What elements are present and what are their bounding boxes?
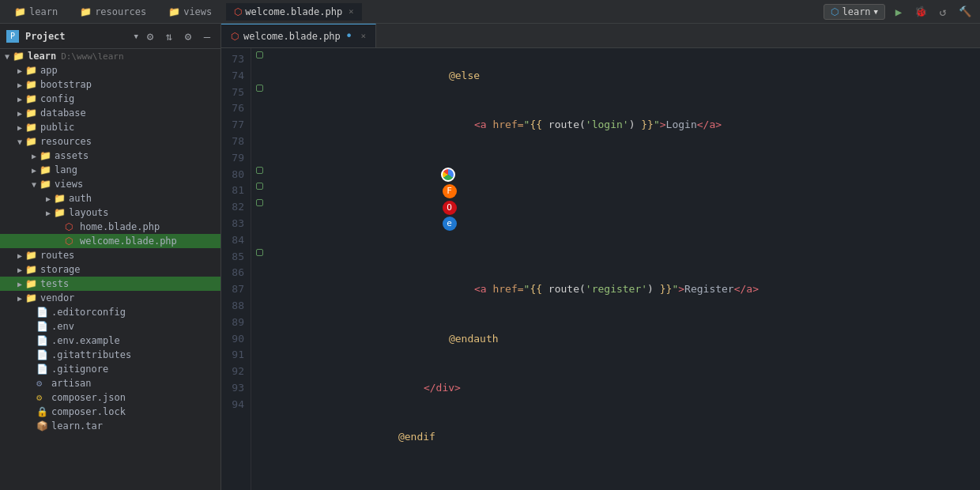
tree-env[interactable]: ▶ 📄 .env [0,319,220,334]
welcome-blade-icon: ⬡ [65,236,77,247]
tree-database[interactable]: ▶ 📁 database [0,106,220,120]
tree-app[interactable]: ▶ 📁 app [0,63,220,77]
gutter-mark-73 [256,51,263,58]
routes-arrow-icon: ▶ [14,251,25,260]
vendor-arrow-icon: ▶ [14,294,25,303]
database-arrow-icon: ▶ [14,109,25,118]
tree-views[interactable]: ▼ 📁 views [0,177,220,191]
code-area[interactable]: 73 74 75 76 77 78 79 80 81 82 83 84 85 8… [221,48,980,490]
tree-vendor[interactable]: ▶ 📁 vendor [0,291,220,305]
tree-lang[interactable]: ▶ 📁 lang [0,163,220,177]
tree-config[interactable]: ▶ 📁 config [0,92,220,106]
code-lines[interactable]: @else <a href="{{ route('login') }}">Log… [266,48,980,490]
editorconfig-icon: 📄 [36,307,49,318]
tab-learn[interactable]: 📁 learn [6,3,66,21]
tab-welcome-blade[interactable]: ⬡ welcome.blade.php × [226,3,361,21]
run-config-icon: ⬡ [831,6,839,17]
login-str: 'login' [586,119,629,130]
sync-icon[interactable]: ⚙ [143,29,157,43]
vendor-folder-icon: 📁 [25,292,38,303]
run-button[interactable]: ▶ [890,3,907,21]
tab-resources[interactable]: 📁 resources [72,3,154,21]
register-text: Register [684,283,734,295]
editor-tab-welcome[interactable]: ⬡ welcome.blade.php • × [221,24,376,47]
tests-label: tests [40,278,69,289]
assets-folder-icon: 📁 [40,150,52,161]
composer-json-label: composer.json [51,392,126,403]
lang-arrow-icon: ▶ [28,166,40,175]
tab-views[interactable]: 📁 views [160,3,220,21]
tree-home-blade[interactable]: ▶ ⬡ home.blade.php [0,220,220,234]
a-tag-open: <a [474,119,492,130]
tree-gitignore[interactable]: ▶ 📄 .gitignore [0,362,220,376]
tab-views-label: views [183,6,212,17]
tree-layouts[interactable]: ▶ 📁 layouts [0,205,220,220]
vendor-label: vendor [40,292,74,303]
root-label: learn [28,51,56,62]
home-blade-label: home.blade.php [80,221,160,232]
tree-env-example[interactable]: ▶ 📄 .env.example [0,334,220,348]
close-sidebar-icon[interactable]: — [200,29,214,43]
a-tag-close: </a> [697,119,722,130]
register-str: 'register' [586,283,647,295]
run-config-label: learn [842,6,870,17]
tree-composer-json[interactable]: ▶ ⚙ composer.json [0,390,220,405]
href2-attr: href= [492,283,523,295]
artisan-icon: ⚙ [36,378,49,389]
tree-root[interactable]: ▼ 📁 learn D:\www\learn [0,49,220,63]
tree-welcome-blade[interactable]: ▶ ⬡ welcome.blade.php [0,234,220,248]
gutter-mark-85 [256,249,263,256]
tab-close-icon[interactable]: × [349,6,354,17]
code-line-74: <a href="{{ route('login') }}">Login</a>… [273,100,980,265]
folder-icon: 📁 [14,6,26,17]
debug-button[interactable]: 🐞 [912,3,929,21]
titlebar-right: ⬡ learn ▼ ▶ 🐞 ↺ 🔨 [824,3,974,21]
views-arrow-icon: ▼ [28,180,40,189]
sidebar-title: Project [25,31,130,42]
tree-composer-lock[interactable]: ▶ 🔒 composer.lock [0,405,220,419]
assets-arrow-icon: ▶ [28,152,40,160]
tree-artisan[interactable]: ▶ ⚙ artisan [0,376,220,390]
layout-icon[interactable]: ⇅ [162,29,176,43]
editor-tab-close[interactable]: × [360,31,366,41]
code-line-79 [273,462,980,479]
bootstrap-folder-icon: 📁 [25,79,38,90]
run-configuration[interactable]: ⬡ learn ▼ [824,4,885,20]
tree-learn-tar[interactable]: ▶ 📦 learn.tar [0,419,220,433]
route-close: ) [629,119,642,130]
blade-brackets2: {{ [530,283,542,295]
settings-icon[interactable]: ⚙ [181,29,195,43]
tree-assets[interactable]: ▶ 📁 assets [0,149,220,163]
tree-routes[interactable]: ▶ 📁 routes [0,248,220,262]
config-label: config [40,93,74,104]
composer-lock-icon: 🔒 [36,406,49,417]
learn-tar-label: learn.tar [51,420,103,432]
a-tag-close-start: > [660,119,666,130]
tree-tests[interactable]: ▶ 📁 tests [0,277,220,291]
app-label: app [40,65,58,76]
code-line-78: @endif [273,413,980,462]
reload-button[interactable]: ↺ [934,3,952,21]
home-blade-icon: ⬡ [65,221,77,232]
opera-icon: O [443,201,457,215]
welcome-blade-label: welcome.blade.php [80,236,177,247]
tree-public[interactable]: ▶ 📁 public [0,120,220,134]
editor-tab-label: welcome.blade.php [243,31,341,42]
tree-editorconfig[interactable]: ▶ 📄 .editorconfig [0,305,220,319]
tab-welcome-label: welcome.blade.php [245,6,342,17]
code-area-wrapper: 73 74 75 76 77 78 79 80 81 82 83 84 85 8… [221,48,980,490]
tree-auth[interactable]: ▶ 📁 auth [0,191,220,205]
resources-folder-icon: 📁 [25,136,38,147]
tree-storage[interactable]: ▶ 📁 storage [0,262,220,277]
layouts-label: layouts [69,207,109,218]
build-button[interactable]: 🔨 [956,3,974,21]
editor-gutter [251,48,266,490]
route2-close: ) [647,283,660,295]
gutter-mark-75 [256,85,263,92]
auth-label: auth [69,193,92,204]
tree-resources[interactable]: ▼ 📁 resources [0,134,220,149]
tree-bootstrap[interactable]: ▶ 📁 bootstrap [0,77,220,92]
routes-label: routes [40,250,74,261]
blade-brackets2-close: }} [660,283,673,295]
tree-gitattributes[interactable]: ▶ 📄 .gitattributes [0,348,220,362]
